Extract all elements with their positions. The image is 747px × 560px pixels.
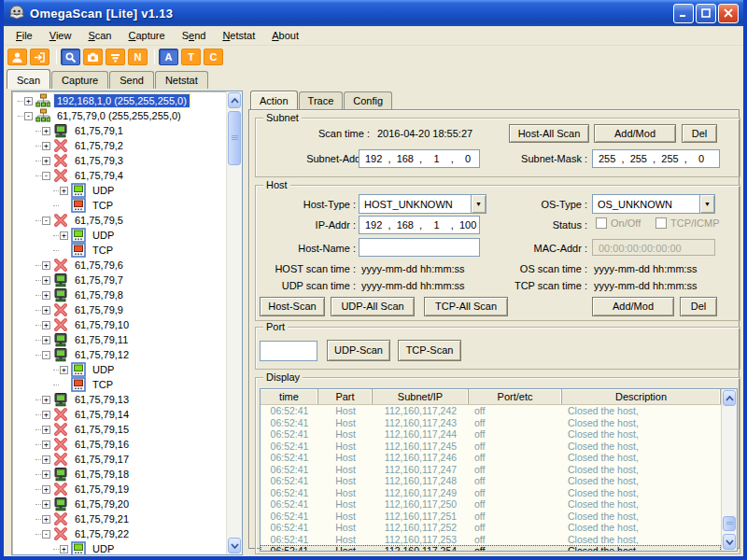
expand-icon[interactable]: + [42,276,50,285]
tree-item[interactable]: +UDP [12,183,226,198]
tree-item-label[interactable]: 61,75,79,6 [72,259,126,272]
tree-item-label[interactable]: 61,75,79,10 [72,318,132,331]
tree-item-label[interactable]: UDP [90,542,117,554]
action-toolbar-button[interactable]: A [159,49,178,65]
checkbox-icon[interactable] [596,217,607,229]
udp-all-scan-button[interactable]: UDP-All Scan [331,297,415,316]
tree-item[interactable]: +61,75,79,6 [12,258,226,273]
tree-item-label[interactable]: 61,75,79,4 [72,169,126,182]
menu-item-scan[interactable]: Scan [79,28,120,44]
log-row[interactable]: 06:52:41Host112,160,117,245offClosed the… [261,441,721,453]
tree-item[interactable]: TCP [12,198,226,213]
expand-icon[interactable]: + [60,187,68,195]
subnet-add-mod-button[interactable]: Add/Mod [594,124,676,143]
tab-scan[interactable]: Scan [7,69,50,89]
tree-item-label[interactable]: 61,75,79,2 [72,139,126,152]
tree-item[interactable]: +61,75,79,19 [12,482,226,497]
log-row[interactable]: 06:52:41Host112,160,117,250offClosed the… [261,498,721,511]
tree-item[interactable]: +61,75,79,20 [12,497,226,511]
expand-icon[interactable]: + [42,321,50,329]
tree-scroll-track[interactable] [227,109,242,537]
menu-item-send[interactable]: Send [174,28,215,44]
tree-item[interactable]: -61,75,79,4 [12,168,226,183]
log-row[interactable]: 06:52:41Host112,160,117,247offClosed the… [261,464,721,476]
tree-item-label[interactable]: 61,75,79,12 [72,348,132,361]
port-input[interactable] [260,341,317,361]
tab-capture[interactable]: Capture [51,71,108,89]
expand-icon[interactable]: + [42,455,50,464]
tree-item[interactable]: +61,75,79,17 [12,452,226,467]
exit-toolbar-button[interactable] [30,49,49,65]
config-toolbar-button[interactable]: C [204,49,223,65]
chevron-down-icon[interactable]: ▼ [699,195,714,213]
tree-item[interactable]: +61,75,79,8 [12,287,226,302]
tree-item-label[interactable]: 61,75,79,11 [72,333,131,346]
log-row[interactable]: 06:52:41Host112,160,117,251offClosed the… [261,511,721,523]
tree-item[interactable]: +61,75,79,2 [12,138,226,153]
expand-icon[interactable]: + [42,261,50,270]
expand-icon[interactable]: + [60,545,68,553]
minimize-button[interactable] [673,4,694,23]
tree-item-label[interactable]: 61,75,79,15 [72,423,132,436]
collapse-icon[interactable]: - [42,530,50,539]
scroll-down-icon[interactable] [723,534,736,550]
panel-tab-action[interactable]: Action [250,91,298,109]
expand-icon[interactable]: + [42,336,50,344]
tree-item-label[interactable]: TCP [90,199,116,212]
tree-scroll-thumb[interactable] [228,111,241,165]
tree-item[interactable]: +61,75,79,3 [12,153,226,168]
tree-item[interactable]: +61,75,79,11 [12,332,226,347]
menu-item-view[interactable]: View [41,28,80,44]
collapse-icon[interactable]: - [42,217,50,225]
panel-tab-trace[interactable]: Trace [299,91,344,109]
tree-item-label[interactable]: UDP [90,184,117,197]
host-del-button[interactable]: Del [680,297,717,316]
expand-icon[interactable]: + [42,470,50,479]
tree-item[interactable]: +61,75,79,15 [12,422,226,437]
expand-icon[interactable]: + [42,157,50,165]
send-toolbar-button[interactable] [106,49,125,65]
tree-item[interactable]: +UDP [12,228,226,243]
host-all-scan-button[interactable]: Host-All Scan [509,124,589,143]
tab-netstat[interactable]: Netstat [155,71,208,89]
tree-item[interactable]: -61,75,79,0 (255,255,255,0) [12,108,226,123]
column-header-description[interactable]: Description [562,389,721,404]
tree-item-label[interactable]: 61,75,79,0 (255,255,255,0) [54,109,184,122]
close-button[interactable] [718,4,739,23]
tree-item[interactable]: -61,75,79,5 [12,213,226,228]
tree-item-label[interactable]: 61,75,79,9 [72,303,126,316]
maximize-button[interactable] [696,4,716,23]
tree-item-label[interactable]: 61,75,79,5 [72,214,126,227]
tree-item-label[interactable]: TCP [90,244,116,257]
column-header-part[interactable]: Part [318,389,373,404]
expand-icon[interactable]: + [42,291,50,300]
expand-icon[interactable]: + [42,426,50,434]
expand-icon[interactable]: + [42,396,50,404]
list-scroll-track[interactable] [722,407,737,533]
tree-item-label[interactable]: UDP [90,229,117,242]
log-row[interactable]: 06:52:41Host112,160,117,242offClosed the… [261,405,721,417]
scroll-up-icon[interactable] [228,92,241,108]
tree-item-label[interactable]: 61,75,79,22 [72,527,132,540]
scan-toolbar-button[interactable] [61,49,80,65]
tree-item[interactable]: +61,75,79,14 [12,407,226,422]
log-row[interactable]: 06:52:41Host112,160,117,249offClosed the… [261,487,721,499]
log-row[interactable]: 06:52:41Host112,160,117,254offClosed the… [261,545,721,551]
subnet-addr-input[interactable]: 192 , 168 , 1 , 0 [359,149,480,168]
expand-icon[interactable]: + [42,485,50,494]
tree-item-label[interactable]: 192,168,1,0 (255,255,255,0) [54,94,190,107]
expand-icon[interactable]: + [42,441,50,449]
tree-item-label[interactable]: 61,75,79,21 [72,512,132,525]
capture-toolbar-button[interactable] [83,49,103,65]
subnet-del-button[interactable]: Del [682,124,717,143]
tree-item-label[interactable]: 61,75,79,17 [72,453,132,466]
tree-item-label[interactable]: 61,75,79,14 [72,408,132,421]
user-toolbar-button[interactable] [7,49,27,65]
collapse-icon[interactable]: - [42,172,50,180]
host-scan-button[interactable]: Host-Scan [260,297,325,316]
host-type-select[interactable]: HOST_UNKNOWN ▼ [359,194,486,214]
menu-item-capture[interactable]: Capture [120,28,174,44]
netstat-toolbar-button[interactable]: N [128,49,148,65]
tree-item-label[interactable]: UDP [90,363,117,376]
tree-item[interactable]: +UDP [12,541,226,554]
